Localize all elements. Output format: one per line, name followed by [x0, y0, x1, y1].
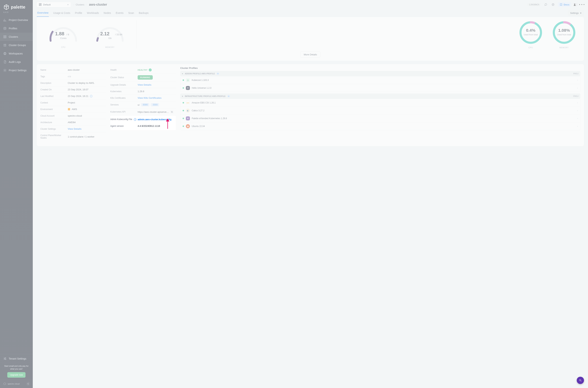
scope-selector[interactable]: Default ▾ [36, 2, 71, 7]
svg-rect-2 [4, 36, 4, 36]
kubecost-icon: ◎ [186, 78, 190, 82]
sidebar: palette 4.4.19 Project Overview Profiles… [0, 0, 33, 388]
infra-profile-header[interactable]: ▾ INFRASTRUCTURE PROFILE AWS-PROFILE ∞ P… [180, 94, 580, 99]
svg-point-12 [5, 358, 6, 358]
v-health: HEALTHY ✓ [138, 69, 176, 72]
donut-mem-sub: Used from total [557, 33, 571, 36]
svg-rect-27 [171, 111, 172, 112]
settings-menu[interactable]: Settings ▾ [568, 10, 584, 16]
cpu-caption: CPU [45, 46, 82, 48]
info-icon[interactable]: i [134, 118, 136, 121]
tab-nodes[interactable]: Nodes [103, 9, 111, 17]
v-created: 23 Sep 2024, 16:07 [68, 88, 106, 91]
pack-hello-universe[interactable]: ✦ Hello Universe 1.2.0 › [180, 84, 580, 92]
details-right-col: Health HEALTHY ✓ Cluster Status RUNNING … [110, 67, 176, 130]
bar-chart-icon [3, 18, 7, 22]
chevron-down-icon: ▾ [67, 3, 69, 6]
v-arch: AMD64 [68, 121, 106, 124]
v-name: aws-cluster [68, 69, 106, 71]
credit-pill[interactable]: 1.29/100kCh [527, 3, 541, 6]
upgrade-details-link[interactable]: View Details [138, 83, 152, 86]
cluster-profiles: Cluster Profiles ▾ ADDON PROFILE AWS-PRO… [180, 67, 580, 130]
pack-ubuntu[interactable]: ◉ Ubuntu 22.04 › [180, 122, 580, 130]
sidebar-item-label: Cluster Groups [9, 44, 26, 47]
details-card: Nameaws-cluster Tagsn/a DescriptionClust… [37, 64, 584, 146]
topbar: Default ▾ / Clusters / aws-cluster 1.29/… [33, 0, 588, 7]
tab-usage-costs[interactable]: Usage & Costs [53, 9, 70, 17]
k-cpwn: Control Plane/Worker Nodes [40, 134, 68, 139]
proj-badge: PROJ [573, 95, 579, 97]
cluster-settings-link[interactable]: View Details [68, 127, 82, 130]
tab-profile[interactable]: Profile [75, 9, 83, 17]
donut-cpu-caption: CPU [519, 47, 543, 49]
sidebar-item-cluster-groups[interactable]: Cluster Groups [0, 41, 33, 49]
svg-rect-16 [39, 3, 40, 4]
service-port-3000[interactable]: :3000 [151, 103, 159, 106]
pack-pxk[interactable]: ✷ Palette eXtended Kubernetes 1.29.8 › [180, 115, 580, 122]
callout-arrow-icon [165, 119, 170, 130]
chevron-down-icon: ▾ [580, 12, 581, 14]
tab-overview[interactable]: Overview [37, 9, 49, 17]
link-icon: ∞ [227, 95, 230, 97]
info-icon[interactable]: i [90, 95, 92, 97]
sidebar-item-profiles[interactable]: Profiles [0, 24, 33, 33]
certs-link[interactable]: View K8s Certificates [138, 97, 161, 99]
topbar-right: 1.29/100kCh Docs [527, 2, 584, 7]
k-api: Kubernetes API [110, 111, 138, 113]
sidebar-item-label: Project Overview [9, 19, 28, 22]
service-port-8080[interactable]: :8080 [141, 103, 149, 106]
more-details-button[interactable]: More Details [300, 51, 320, 58]
chevron-down-icon: ▾ [182, 73, 183, 75]
tab-events[interactable]: Events [115, 9, 124, 17]
sidebar-item-clusters[interactable]: Clusters [0, 33, 33, 41]
pack-kubecost[interactable]: ◎ Kubecost 1.103.3 › [180, 76, 580, 84]
tab-backups[interactable]: Backups [138, 9, 149, 17]
profiles-title: Cluster Profiles [180, 67, 580, 69]
workspace-icon [3, 52, 7, 55]
layers-icon [3, 27, 7, 30]
help-fab[interactable] [577, 377, 584, 384]
settings-label: Settings [570, 12, 579, 14]
user-menu[interactable] [573, 3, 584, 6]
donut-memory: 1.08% Used from total MEMORY [547, 18, 581, 50]
compass-icon[interactable] [550, 2, 556, 7]
body: 1.88 / 8 Cores CPU 2.12 / 33.64 Gb [33, 17, 588, 388]
sidebar-item-audit-logs[interactable]: Audit Logs [0, 58, 33, 66]
donut-cpu-pct: 0.4% [526, 28, 535, 33]
sidebar-item-workspaces[interactable]: Workspaces [0, 49, 33, 58]
k-tags: Tags [40, 75, 68, 78]
k-kubeconfig-text: Admin Kubeconfig File [110, 118, 132, 121]
k-desc: Description [40, 82, 68, 84]
docs-button[interactable]: Docs [558, 2, 571, 7]
pxk-icon: ✷ [186, 116, 190, 121]
k-context: Context [40, 101, 68, 104]
metrics-card: 1.88 / 8 Cores CPU 2.12 / 33.64 Gb [37, 17, 584, 61]
check-icon: ✓ [149, 69, 152, 72]
v-modified: 23 Sep 2024, 16:21 i [68, 95, 106, 97]
aws-icon: aws [186, 101, 190, 105]
sidebar-item-project-settings[interactable]: Project Settings [0, 66, 33, 74]
upgrade-now-button[interactable]: Upgrade now [7, 372, 25, 378]
mem-label: Gb [108, 37, 112, 40]
chat-icon[interactable] [543, 2, 548, 7]
infra-profile-label: INFRASTRUCTURE PROFILE AWS-PROFILE [185, 95, 226, 97]
metrics-divider [136, 20, 137, 49]
tab-scan[interactable]: Scan [128, 9, 135, 17]
svg-point-20 [552, 3, 554, 6]
v-tags: n/a [68, 75, 106, 78]
k-health: Health [110, 69, 138, 71]
pack-calico[interactable]: ◐ Calico 3.27.2 › [180, 107, 580, 115]
pack-ebs-csi[interactable]: aws Amazon EBS CSI 1.26.1 › [180, 99, 580, 107]
tab-workloads[interactable]: Workloads [87, 9, 99, 17]
sidebar-item-tenant-settings[interactable]: Tenant Settings [0, 354, 33, 363]
addon-profile-header[interactable]: ▾ ADDON PROFILE AWS-PROFILE ∞ PROJ [180, 71, 580, 76]
chevron-right-icon: › [577, 101, 578, 104]
k-arch: Architecture [40, 121, 68, 124]
pack-label: Ubuntu 22.04 [192, 125, 205, 127]
breadcrumb-clusters[interactable]: Clusters [76, 3, 85, 6]
k-created: Created On [40, 88, 68, 91]
status-dot-icon [182, 102, 184, 103]
copy-api-button[interactable] [170, 110, 174, 114]
sidebar-item-project-overview[interactable]: Project Overview [0, 16, 33, 24]
collapse-sidebar-button[interactable] [26, 382, 30, 386]
